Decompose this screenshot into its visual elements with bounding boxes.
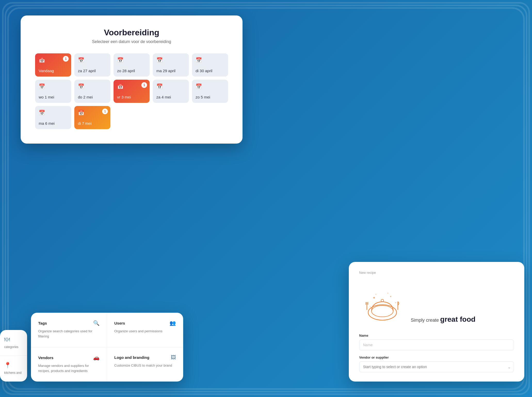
cal-cell-vr3[interactable]: 1📅vr 3 mei	[114, 80, 150, 103]
recipe-form-section: Name Vendor or supplier ⌄	[349, 334, 524, 382]
partial-cell-kitchens: 📍 kitchens and	[0, 356, 27, 382]
recipe-illustration: ✦ ✦ ✦ ✦ ✦ ✦	[359, 284, 406, 326]
recipe-top-area: New recipe	[349, 262, 524, 275]
recipe-top: ✦ ✦ ✦ ✦ ✦ ✦ Simply create great food	[349, 275, 524, 334]
calendar-card: Voorbereiding Selecteer een datum voor d…	[21, 15, 243, 144]
cal-label-today: Vandaag	[39, 69, 68, 73]
cal-badge-today: 1	[63, 56, 69, 62]
cal-label-za27: za 27 april	[78, 69, 107, 73]
cal-label-vr3: vr 3 mei	[117, 95, 146, 99]
settings-icon-users: 👥	[170, 320, 176, 326]
settings-desc-logo-branding: Customize CIBUS to match your brand	[114, 363, 176, 368]
food-illustration-svg: ✦ ✦ ✦ ✦ ✦ ✦	[359, 284, 406, 325]
cal-cell-di7[interactable]: 1📅di 7 mei	[74, 106, 110, 129]
settings-cell-logo-branding[interactable]: Logo and branding🖼Customize CIBUS to mat…	[107, 347, 183, 382]
calendar-title: Voorbereiding	[35, 28, 228, 37]
settings-grid: Tags🔍Organize search categories used for…	[31, 313, 183, 382]
settings-title-vendors: Vendors	[38, 355, 53, 360]
calendar-icon: 📅	[196, 57, 224, 63]
cal-cell-za4[interactable]: 📅za 4 mei	[153, 80, 189, 103]
settings-cell-users[interactable]: Users👥Organize users and permissions	[107, 313, 183, 347]
recipe-tagline-text: Simply create great food	[411, 314, 514, 324]
cal-cell-za27[interactable]: 📅za 27 april	[74, 53, 110, 77]
cal-cell-zo5[interactable]: 📅zo 5 mei	[192, 80, 228, 103]
calendar-icon: 📅	[156, 84, 185, 89]
settings-desc-users: Organize users and permissions	[114, 329, 176, 334]
calendar-icon: 📅	[156, 57, 185, 63]
cal-label-za4: za 4 mei	[156, 95, 185, 99]
cal-cell-ma29[interactable]: 📅ma 29 april	[153, 53, 189, 77]
svg-point-1	[372, 305, 393, 317]
tagline-bold: great food	[440, 315, 475, 323]
cal-label-wo1: wo 1 mei	[39, 95, 68, 99]
cal-cell-zo28[interactable]: 📅zo 28 april	[114, 53, 150, 77]
cal-cell-today[interactable]: 1📅Vandaag	[35, 53, 71, 77]
categories-icon: 🍽	[4, 336, 10, 343]
calendar-icon: 📅	[78, 57, 107, 63]
settings-desc-vendors: Manage vendors and suppliers for recipes…	[38, 363, 100, 373]
settings-card: Tags🔍Organize search categories used for…	[31, 313, 183, 382]
kitchens-icon: 📍	[4, 362, 11, 369]
cal-label-zo5: zo 5 mei	[196, 95, 224, 99]
tagline-plain: Simply create	[411, 318, 440, 323]
settings-icon-vendors: 🚗	[93, 354, 100, 361]
partial-left-strip: 🍽 categories 📍 kitchens and	[0, 330, 27, 382]
calendar-grid: 1📅Vandaag📅za 27 april📅zo 28 april📅ma 29 …	[35, 53, 228, 129]
cal-label-di7: di 7 mei	[78, 121, 107, 126]
name-input[interactable]	[359, 340, 514, 350]
cal-cell-di30[interactable]: 📅di 30 april	[192, 53, 228, 77]
cal-badge-di7: 1	[102, 109, 108, 114]
svg-text:✦: ✦	[369, 306, 371, 308]
cal-cell-wo1[interactable]: 📅wo 1 mei	[35, 80, 71, 103]
cal-label-zo28: zo 28 april	[117, 69, 146, 73]
svg-text:✦: ✦	[390, 295, 392, 298]
calendar-icon: 📅	[39, 84, 68, 89]
settings-desc-tags: Organize search categories used for filt…	[38, 329, 100, 339]
cal-label-ma29: ma 29 april	[156, 69, 185, 73]
vendor-input[interactable]	[359, 361, 514, 372]
recipe-card: New recipe ✦ ✦	[349, 262, 524, 382]
svg-text:✦: ✦	[373, 296, 376, 300]
cal-cell-ma6[interactable]: 📅ma 6 mei	[35, 106, 71, 129]
vendor-label: Vendor or supplier	[359, 355, 514, 359]
cal-label-do2: do 2 mei	[78, 95, 107, 99]
settings-icon-logo-branding: 🖼	[171, 354, 176, 360]
settings-title-logo-branding: Logo and branding	[114, 355, 149, 360]
partial-kitchens-text: kitchens and	[4, 371, 21, 375]
settings-cell-vendors[interactable]: Vendors🚗Manage vendors and suppliers for…	[31, 347, 107, 382]
svg-text:✦: ✦	[375, 293, 377, 295]
settings-icon-tags: 🔍	[93, 320, 100, 326]
settings-title-users: Users	[114, 321, 125, 325]
svg-text:✦: ✦	[387, 292, 389, 294]
settings-title-tags: Tags	[38, 321, 47, 325]
cal-cell-do2[interactable]: 📅do 2 mei	[74, 80, 110, 103]
vendor-select-wrapper: ⌄	[359, 361, 514, 372]
new-recipe-label: New recipe	[359, 271, 376, 275]
recipe-tagline: Simply create great food	[406, 314, 514, 326]
calendar-icon: 📅	[78, 84, 107, 89]
partial-categories-text: categories	[4, 345, 18, 349]
calendar-icon: 📅	[196, 84, 224, 89]
svg-text:✦: ✦	[395, 302, 397, 304]
calendar-icon: 📅	[117, 57, 146, 63]
settings-cell-tags[interactable]: Tags🔍Organize search categories used for…	[31, 313, 107, 347]
calendar-subtitle: Selecteer een datum voor de voorbereidin…	[35, 39, 228, 44]
calendar-icon: 📅	[39, 110, 68, 115]
cal-label-di30: di 30 april	[196, 69, 224, 73]
cal-label-ma6: ma 6 mei	[39, 121, 68, 126]
partial-cell-categories: 🍽 categories	[0, 330, 27, 356]
cal-badge-vr3: 1	[141, 82, 147, 88]
name-label: Name	[359, 334, 514, 337]
